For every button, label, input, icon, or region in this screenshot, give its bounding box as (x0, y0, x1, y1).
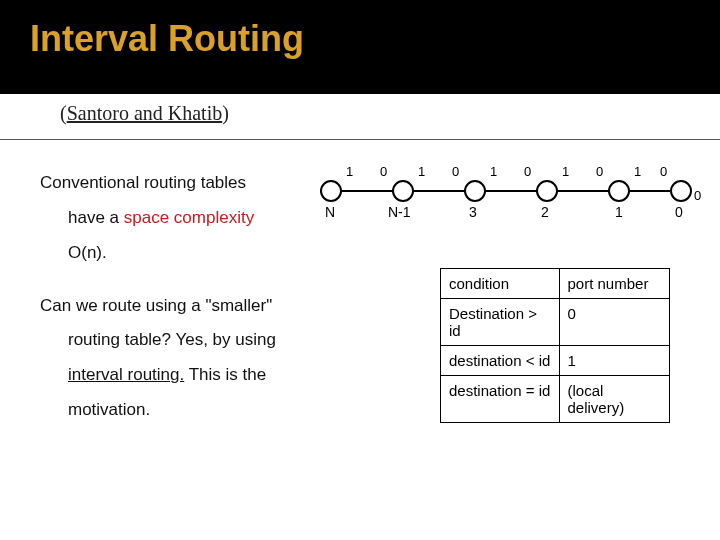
routing-table: condition port number Destination > id 0… (440, 268, 670, 423)
cell-port-0: 0 (559, 299, 670, 346)
edge-4 (630, 190, 670, 192)
port-in-4: 0 (660, 164, 667, 179)
node-label-5: 0 (675, 204, 683, 220)
paren-close: ) (222, 102, 229, 124)
p1-l2-a: have a (68, 208, 124, 227)
p1-line3: O(n). (40, 243, 107, 262)
interval-routing-text: interval routing. (68, 365, 184, 384)
node-3 (464, 180, 486, 202)
p2-line4: motivation. (40, 400, 150, 419)
edge-1 (414, 190, 464, 192)
title-bar: Interval Routing (0, 0, 720, 94)
edge-0 (342, 190, 392, 192)
port-in-0: 0 (380, 164, 387, 179)
cell-cond-1: destination < id (441, 346, 560, 376)
p2-line1: Can we route using a "smaller" (40, 296, 272, 315)
table-row: Destination > id 0 (441, 299, 670, 346)
rightmost-port: 0 (694, 188, 701, 203)
node-label-4: 1 (615, 204, 623, 220)
authors: Santoro and Khatib (67, 102, 223, 124)
table-row: destination = id (local delivery) (441, 376, 670, 423)
port-out-4: 1 (634, 164, 641, 179)
node-1 (608, 180, 630, 202)
node-label-3: 2 (541, 204, 549, 220)
space-complexity-text: space complexity (124, 208, 254, 227)
subtitle: (Santoro and Khatib) (0, 94, 720, 125)
p2-l3-b: This is the (184, 365, 266, 384)
port-out-0: 1 (346, 164, 353, 179)
edge-2 (486, 190, 536, 192)
port-in-2: 0 (524, 164, 531, 179)
node-0 (670, 180, 692, 202)
cell-cond-2: destination = id (441, 376, 560, 423)
port-out-3: 1 (562, 164, 569, 179)
node-label-0: N (325, 204, 335, 220)
node-label-2: 3 (469, 204, 477, 220)
node-label-1: N-1 (388, 204, 411, 220)
cell-port-2: (local delivery) (559, 376, 670, 423)
node-N (320, 180, 342, 202)
table-header-row: condition port number (441, 269, 670, 299)
cell-port-1: 1 (559, 346, 670, 376)
paragraph-1: Conventional routing tables have a space… (40, 166, 360, 271)
header-port: port number (559, 269, 670, 299)
chain-diagram: 1 0 1 0 1 0 1 0 1 0 0 N N-1 3 2 1 0 (320, 170, 700, 230)
p1-line1: Conventional routing tables (40, 173, 246, 192)
table-row: destination < id 1 (441, 346, 670, 376)
cell-cond-0: Destination > id (441, 299, 560, 346)
paren-open: ( (60, 102, 67, 124)
node-Nm1 (392, 180, 414, 202)
port-out-1: 1 (418, 164, 425, 179)
p1-line2: have a space complexity (40, 208, 254, 227)
port-in-3: 0 (596, 164, 603, 179)
node-2 (536, 180, 558, 202)
header-condition: condition (441, 269, 560, 299)
edge-3 (558, 190, 608, 192)
port-out-2: 1 (490, 164, 497, 179)
slide-title: Interval Routing (0, 0, 720, 60)
p2-line2: routing table? Yes, by using (40, 330, 276, 349)
p2-line3: interval routing. This is the (40, 365, 266, 384)
port-in-1: 0 (452, 164, 459, 179)
paragraph-2: Can we route using a "smaller" routing t… (40, 289, 360, 428)
